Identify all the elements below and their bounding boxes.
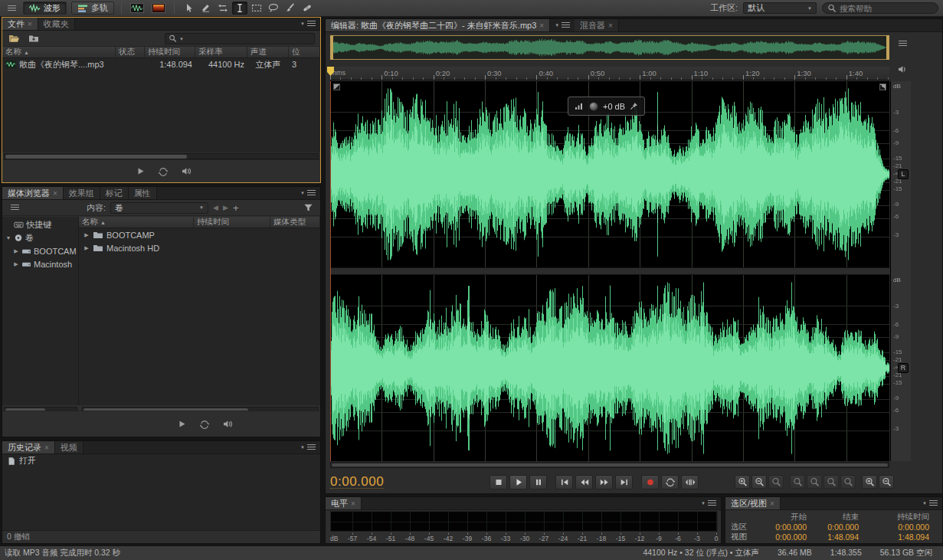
column-header[interactable]: 名称▲ (79, 217, 194, 228)
volume-hud[interactable]: +0 dB (568, 97, 645, 116)
selection-start[interactable]: 0:00.000 (756, 522, 810, 532)
channel-badge-right[interactable]: R (898, 363, 909, 373)
tab-mixer[interactable]: 混音器 × (575, 19, 619, 31)
marquee-selection-tool[interactable] (249, 2, 264, 15)
media-row-macintosh-hd[interactable]: ▶ Macintosh HD (79, 241, 320, 254)
file-row[interactable]: 散曲《夜的钢琴....mp3 1:48.094 44100 Hz 立体声 3 (2, 58, 320, 70)
slip-tool[interactable] (215, 2, 231, 15)
zoom-to-selection-button[interactable] (840, 475, 856, 489)
tab-history[interactable]: 历史记录 × (2, 441, 55, 454)
tab-selection-view[interactable]: 选区/视图 × (725, 497, 781, 509)
panel-menu-icon[interactable]: ▼ (296, 187, 320, 199)
horizontal-zoom-scrollbar[interactable] (330, 462, 889, 468)
skip-to-start-button[interactable] (555, 475, 573, 490)
hud-gain-value[interactable]: +0 dB (603, 102, 625, 111)
column-header[interactable]: 状态 (116, 47, 145, 57)
show-spectral-icon[interactable] (150, 2, 167, 15)
volume-knob-icon[interactable] (589, 102, 598, 111)
play-button[interactable] (509, 475, 527, 490)
tree-item-bootcamp[interactable]: ▶ BOOTCAM (2, 244, 78, 257)
panel-menu-icon[interactable]: ▼ (296, 441, 320, 454)
multitrack-view-button[interactable]: 多轨 (71, 2, 114, 15)
close-tab-icon[interactable]: × (539, 21, 544, 30)
expand-closed-icon[interactable]: ▶ (13, 261, 19, 267)
tab-media-browser[interactable]: 媒体浏览器 × (2, 187, 64, 199)
add-shortcut-icon[interactable]: + (233, 203, 239, 213)
stop-button[interactable] (490, 475, 507, 490)
loop-preview-icon[interactable] (156, 165, 171, 178)
time-selection-tool[interactable] (232, 2, 247, 15)
playhead-time-display[interactable]: 0:00.000 (330, 475, 384, 490)
pin-icon[interactable] (630, 102, 638, 110)
view-end[interactable]: 1:48.094 (810, 532, 862, 542)
tab-favorites[interactable]: 收藏夹 (38, 18, 75, 30)
view-start[interactable]: 0:00.000 (756, 532, 810, 542)
app-menu-icon[interactable] (5, 2, 18, 15)
panel-menu-icon[interactable]: ▼ (550, 19, 575, 31)
zoom-selection-in-point-button[interactable] (807, 475, 822, 489)
list-view-icon[interactable] (7, 201, 22, 214)
open-file-icon[interactable] (6, 32, 21, 44)
loop-playback-button[interactable] (661, 475, 679, 490)
history-item-open[interactable]: 打开 (2, 454, 320, 467)
zoom-out-amplitude-button[interactable] (879, 475, 894, 489)
workspace-dropdown[interactable]: 默认 ▼ (743, 2, 817, 14)
navigator-right-handle[interactable] (886, 35, 889, 60)
tree-item-volumes[interactable]: ▼ 卷 (2, 231, 78, 244)
tab-effects-rack[interactable]: 效果组 (64, 187, 100, 199)
tab-levels[interactable]: 电平 × (326, 497, 362, 509)
timeline-ruler[interactable]: hms 0:100:200:300:400:501:001:101:201:30… (330, 67, 889, 80)
files-search-box[interactable]: ▼ (165, 33, 315, 44)
skip-selection-button[interactable] (681, 475, 699, 490)
tab-video[interactable]: 视频 (55, 441, 83, 454)
zoom-out-time-button[interactable] (751, 475, 767, 489)
waveform-view-button[interactable]: 波形 (23, 2, 67, 15)
waveform-display[interactable]: +0 dB (330, 81, 889, 461)
zoom-in-time-button[interactable] (735, 475, 750, 489)
auto-play-icon[interactable] (178, 165, 194, 178)
tab-editor[interactable]: 编辑器: 散曲《夜的钢琴曲二十四》- 来自虾米音乐.mp3 × (326, 19, 550, 31)
zoom-selection-out-point-button[interactable] (823, 475, 839, 489)
fade-in-handle[interactable] (333, 84, 340, 90)
tab-properties[interactable]: 属性 (129, 187, 157, 199)
import-file-icon[interactable] (26, 32, 41, 44)
files-search-input[interactable] (186, 34, 311, 44)
amplitude-scale[interactable]: dB-3-3-6-6-9-9-15-15-21-21-∞LdB-3-3-6-6-… (890, 81, 911, 461)
spot-healing-brush-tool[interactable] (300, 2, 315, 15)
rewind-button[interactable] (575, 475, 593, 490)
panel-menu-icon[interactable]: ▼ (918, 497, 942, 509)
panel-menu-icon[interactable]: ▼ (296, 18, 320, 30)
close-tab-icon[interactable]: × (351, 499, 355, 508)
panel-menu-icon[interactable]: ▼ (696, 497, 721, 509)
loop-preview-icon[interactable] (197, 418, 212, 431)
paintbrush-selection-tool[interactable] (283, 2, 298, 15)
content-dropdown[interactable]: 卷 ▼ (110, 202, 208, 214)
skip-to-end-button[interactable] (615, 475, 633, 490)
level-meter[interactable] (330, 511, 718, 532)
expand-closed-icon[interactable]: ▶ (83, 245, 90, 251)
selection-duration[interactable]: 0:00.000 (862, 522, 932, 532)
filter-icon[interactable] (300, 201, 316, 214)
column-header[interactable]: 声道 (247, 47, 289, 57)
help-search-input[interactable] (840, 4, 933, 13)
speaker-icon[interactable] (896, 63, 909, 75)
close-tab-icon[interactable]: × (28, 20, 32, 28)
fast-forward-button[interactable] (595, 475, 613, 490)
horizontal-scrollbar[interactable] (4, 153, 319, 159)
media-row-bootcamp[interactable]: ▶ BOOTCAMP (79, 228, 320, 241)
zoom-in-selection-button[interactable] (790, 475, 805, 489)
auto-play-icon[interactable] (220, 418, 235, 431)
show-waveform-icon[interactable] (129, 2, 146, 15)
record-button[interactable] (641, 475, 659, 490)
view-duration[interactable]: 1:48.094 (862, 532, 932, 542)
close-tab-icon[interactable]: × (770, 499, 774, 508)
tab-markers[interactable]: 标记 (100, 187, 129, 199)
column-header[interactable]: 持续时间 (145, 47, 195, 57)
close-tab-icon[interactable]: × (53, 189, 57, 198)
fade-out-handle[interactable] (879, 84, 886, 90)
forward-icon[interactable]: ▶ (223, 204, 228, 211)
close-tab-icon[interactable]: × (44, 444, 49, 452)
expand-open-icon[interactable]: ▼ (5, 235, 11, 241)
zoom-navigator[interactable] (330, 35, 889, 60)
back-icon[interactable]: ◀ (213, 204, 218, 211)
